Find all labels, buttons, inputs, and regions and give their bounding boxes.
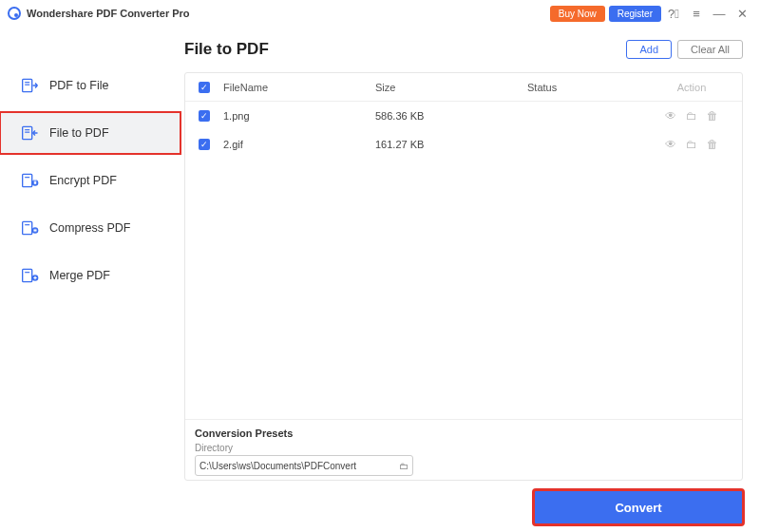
conversion-presets: Conversion Presets Directory C:\Users\ws…: [185, 419, 742, 480]
sidebar-item-label: Encrypt PDF: [49, 174, 117, 187]
delete-icon[interactable]: 🗑: [707, 109, 718, 123]
sidebar-item-merge-pdf[interactable]: Merge PDF: [0, 255, 180, 296]
sidebar-item-label: Compress PDF: [49, 221, 130, 235]
compress-icon: [21, 218, 40, 238]
page-title: File to PDF: [184, 40, 620, 59]
sidebar: PDF to File File to PDF Encrypt PDF Comp…: [0, 27, 180, 532]
titlebar: Wondershare PDF Converter Pro Buy Now Re…: [0, 0, 760, 27]
presets-title: Conversion Presets: [195, 428, 732, 439]
lock-icon: [21, 171, 40, 190]
menu-icon[interactable]: ≡: [686, 3, 707, 24]
app-title: Wondershare PDF Converter Pro: [27, 8, 190, 19]
clear-all-button[interactable]: Clear All: [677, 40, 743, 59]
svg-rect-3: [23, 126, 32, 139]
preview-icon[interactable]: 👁: [665, 109, 676, 123]
register-button[interactable]: Register: [609, 6, 661, 22]
sidebar-item-pdf-to-file[interactable]: PDF to File: [0, 65, 180, 106]
directory-input[interactable]: C:\Users\ws\Documents\PDFConvert 🗀: [195, 455, 413, 476]
open-folder-icon[interactable]: 🗀: [686, 138, 697, 151]
col-action: Action: [641, 82, 742, 93]
svg-rect-10: [23, 221, 32, 234]
sidebar-item-label: PDF to File: [49, 79, 109, 92]
browse-folder-icon[interactable]: 🗀: [399, 461, 408, 471]
table-row: ✓ 2.gif 161.27 KB 👁 🗀 🗑: [185, 130, 742, 159]
buy-now-button[interactable]: Buy Now: [550, 6, 605, 22]
pdf-to-file-icon: [21, 76, 40, 95]
cell-filename: 2.gif: [223, 139, 375, 150]
col-size: Size: [375, 82, 527, 93]
minimize-icon[interactable]: —: [709, 3, 730, 24]
directory-label: Directory: [195, 443, 732, 453]
svg-rect-9: [34, 181, 37, 184]
svg-rect-6: [23, 174, 32, 186]
convert-button[interactable]: Convert: [534, 490, 743, 524]
file-table: ✓ FileName Size Status Action ✓ 1.png 58…: [184, 72, 743, 481]
sidebar-item-label: Merge PDF: [49, 269, 110, 282]
svg-rect-13: [23, 269, 32, 281]
file-to-pdf-icon: [21, 124, 40, 142]
sidebar-item-compress-pdf[interactable]: Compress PDF: [0, 207, 180, 249]
open-folder-icon[interactable]: 🗀: [686, 109, 697, 123]
cell-size: 161.27 KB: [375, 139, 527, 150]
add-button[interactable]: Add: [626, 40, 672, 59]
delete-icon[interactable]: 🗑: [707, 138, 718, 151]
sidebar-item-file-to-pdf[interactable]: File to PDF: [0, 112, 180, 154]
svg-rect-0: [23, 79, 32, 91]
app-logo-icon: [8, 7, 21, 20]
select-all-checkbox[interactable]: ✓: [199, 82, 210, 93]
cell-filename: 1.png: [223, 110, 375, 122]
close-icon[interactable]: ✕: [732, 3, 752, 24]
sidebar-item-encrypt-pdf[interactable]: Encrypt PDF: [0, 160, 180, 201]
row-checkbox[interactable]: ✓: [199, 139, 210, 150]
cell-size: 586.36 KB: [375, 110, 527, 122]
table-header-row: ✓ FileName Size Status Action: [185, 73, 742, 102]
table-row: ✓ 1.png 586.36 KB 👁 🗀 🗑: [185, 102, 742, 130]
plus-icon: [21, 266, 40, 285]
sidebar-item-label: File to PDF: [49, 126, 109, 140]
help-icon[interactable]: ?⃝: [663, 3, 684, 24]
directory-value: C:\Users\ws\Documents\PDFConvert: [200, 461, 399, 471]
col-filename: FileName: [223, 82, 375, 93]
col-status: Status: [527, 82, 641, 93]
row-checkbox[interactable]: ✓: [199, 110, 210, 122]
preview-icon[interactable]: 👁: [665, 138, 676, 151]
